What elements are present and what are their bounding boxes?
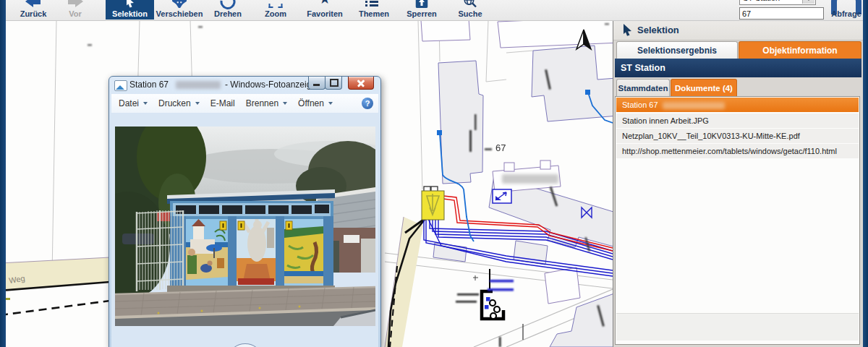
toolbar-button-vor[interactable]: Vor [51, 0, 99, 20]
document-row[interactable]: Station innen Arbeit.JPG [616, 113, 859, 128]
zoom-rect-icon [269, 0, 283, 8]
road-weg [6, 257, 110, 315]
window-titlebar[interactable]: Station 67 - Windows-Fotoanzeige [109, 77, 380, 94]
chevron-down-icon [283, 102, 287, 105]
chevron-down-icon[interactable] [802, 0, 814, 4]
tab-objektinformation[interactable]: Objektinformation [739, 41, 861, 59]
chevron-down-icon [195, 102, 200, 105]
cursor-icon [622, 24, 633, 36]
toolbar-button-suche[interactable]: Suche [446, 0, 494, 20]
close-button[interactable] [348, 77, 374, 90]
photo-nav-controls[interactable] [229, 343, 261, 347]
menu-oeffnen[interactable]: Öffnen [298, 98, 333, 108]
window-title-redacted [176, 81, 221, 89]
cable-cabinet-symbols [473, 269, 523, 340]
photo-viewer-window[interactable]: Station 67 - Windows-Fotoanzeige Datei D… [109, 76, 381, 347]
lock-icon [416, 0, 428, 8]
minimize-button[interactable] [308, 77, 326, 90]
toolbar-button-drehen[interactable]: Drehen [204, 0, 252, 20]
app-border-right [863, 0, 868, 347]
help-icon[interactable]: ? [362, 98, 373, 109]
toolbar-button-sperren[interactable]: Sperren [398, 0, 446, 20]
selection-panel: Selektion Selektionsergebnis Objektinfor… [613, 20, 864, 347]
app-border-left [0, 0, 6, 347]
cursor-icon [125, 0, 135, 8]
menu-brennen[interactable]: Brennen [246, 98, 287, 108]
arrow-right-icon [67, 0, 83, 7]
query-type-value: ST Station [743, 0, 780, 2]
document-row-selected[interactable]: Station 67 [616, 98, 859, 112]
abfrage-button[interactable]: Abfrage [826, 0, 863, 20]
list-footer [616, 313, 859, 340]
panel-title: Selektion [637, 25, 679, 35]
window-menubar: Datei Drucken E-Mail Brennen Öffnen [111, 94, 378, 113]
chevron-down-icon [328, 102, 333, 105]
chevron-down-icon [143, 102, 148, 105]
station-symbol[interactable] [422, 187, 444, 220]
query-type-combobox[interactable]: ST Station [739, 0, 816, 5]
toolbar-button-zurueck[interactable]: Zurück [9, 0, 57, 20]
station-photo [115, 127, 375, 326]
subtab-dokumente[interactable]: Dokumente (4) [671, 79, 737, 96]
subtab-stammdaten[interactable]: Stammdaten [616, 79, 670, 96]
map-redacted-street-name [502, 174, 558, 184]
star-icon: ★ [318, 0, 331, 6]
cable-node [437, 130, 442, 135]
menu-drucken[interactable]: Drucken [158, 98, 200, 108]
main-toolbar: Zurück Vor Selektion Verschieben Drehen … [6, 0, 863, 21]
tab-selektionsergebnis[interactable]: Selektionsergebnis [616, 41, 738, 59]
query-value-input[interactable] [739, 7, 824, 20]
window-title-app: - Windows-Fotoanzeige [225, 80, 316, 90]
menu-datei[interactable]: Datei [119, 98, 148, 108]
photo-content-area [111, 113, 378, 347]
panel-header: Selektion [613, 20, 864, 40]
globe-search-icon [464, 0, 477, 8]
document-list: Station 67 Station innen Arbeit.JPG Netz… [615, 96, 860, 345]
cable-node [585, 90, 590, 95]
road-band-right [385, 217, 427, 347]
document-row[interactable]: http://shop.mettenmeier.com/tablets/wind… [616, 144, 859, 158]
window-title-station: Station 67 [129, 80, 169, 90]
toolbar-button-favoriten[interactable]: ★ Favoriten [301, 0, 349, 20]
maximize-button[interactable] [325, 77, 342, 90]
arrow-left-icon [25, 0, 41, 7]
toolbar-button-zoom[interactable]: Zoom [252, 0, 299, 20]
map-station-number: 67 [495, 142, 506, 153]
move-icon [172, 0, 187, 8]
toolbar-button-verschieben[interactable]: Verschieben [156, 0, 203, 20]
switch-box-symbol [493, 189, 511, 203]
menu-email[interactable]: E-Mail [210, 98, 235, 108]
redacted-text [663, 102, 725, 109]
toolbar-button-selektion[interactable]: Selektion [106, 0, 154, 20]
photo-viewer-icon [114, 80, 127, 91]
toolbar-button-themen[interactable]: Themen [350, 0, 398, 20]
document-row[interactable]: Netzplan_10KV__Teil_10KV0313-KU-Mitte-KE… [616, 129, 859, 143]
object-type-header: ST Station [615, 59, 861, 77]
